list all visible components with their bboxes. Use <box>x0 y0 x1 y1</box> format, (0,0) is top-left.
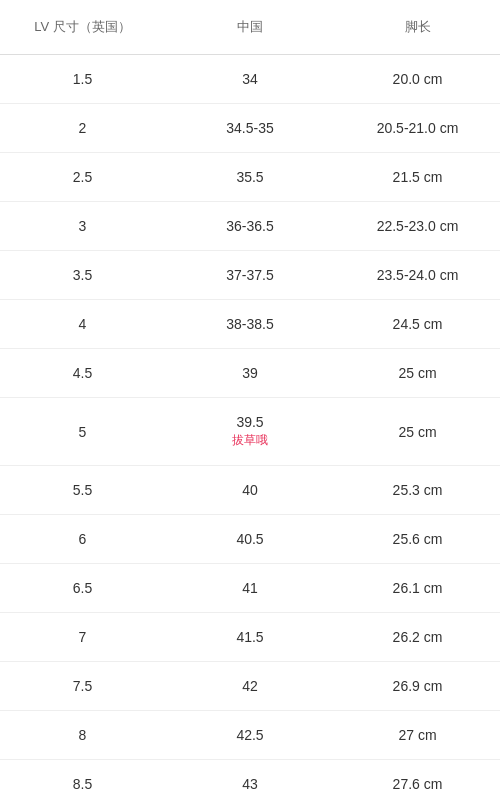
header-lv: LV 尺寸（英国） <box>0 0 165 55</box>
cell-cn: 37-37.5 <box>165 251 335 300</box>
table-row: 2.535.521.5 cm <box>0 153 500 202</box>
cell-foot: 26.9 cm <box>335 662 500 711</box>
cell-lv: 8.5 <box>0 760 165 801</box>
cell-lv: 4 <box>0 300 165 349</box>
cell-cn: 43 <box>165 760 335 801</box>
cell-lv: 2.5 <box>0 153 165 202</box>
table-row: 6.54126.1 cm <box>0 564 500 613</box>
cell-cn: 42.5 <box>165 711 335 760</box>
cell-foot: 26.2 cm <box>335 613 500 662</box>
table-row: 3.537-37.523.5-24.0 cm <box>0 251 500 300</box>
table-header-row: LV 尺寸（英国） 中国 脚长 <box>0 0 500 55</box>
cell-cn: 35.5 <box>165 153 335 202</box>
cell-cn: 42 <box>165 662 335 711</box>
cell-foot: 24.5 cm <box>335 300 500 349</box>
cell-cn: 36-36.5 <box>165 202 335 251</box>
table-row: 7.54226.9 cm <box>0 662 500 711</box>
cell-lv: 4.5 <box>0 349 165 398</box>
cell-lv: 6.5 <box>0 564 165 613</box>
cell-foot: 25 cm <box>335 398 500 466</box>
cell-foot: 21.5 cm <box>335 153 500 202</box>
cell-lv: 6 <box>0 515 165 564</box>
cell-cn-note: 拔草哦 <box>175 432 325 449</box>
cell-lv: 2 <box>0 104 165 153</box>
table-row: 234.5-3520.5-21.0 cm <box>0 104 500 153</box>
cell-foot: 23.5-24.0 cm <box>335 251 500 300</box>
cell-lv: 7 <box>0 613 165 662</box>
cell-foot: 27 cm <box>335 711 500 760</box>
cell-lv: 3 <box>0 202 165 251</box>
cell-lv: 1.5 <box>0 55 165 104</box>
cell-lv: 5 <box>0 398 165 466</box>
cell-cn: 38-38.5 <box>165 300 335 349</box>
cell-cn: 34 <box>165 55 335 104</box>
cell-cn: 41.5 <box>165 613 335 662</box>
cell-cn: 40 <box>165 466 335 515</box>
cell-foot: 20.0 cm <box>335 55 500 104</box>
table-row: 5.54025.3 cm <box>0 466 500 515</box>
header-cn: 中国 <box>165 0 335 55</box>
header-foot: 脚长 <box>335 0 500 55</box>
table-row: 842.527 cm <box>0 711 500 760</box>
cell-cn: 34.5-35 <box>165 104 335 153</box>
cell-foot: 25.3 cm <box>335 466 500 515</box>
cell-cn: 39.5拔草哦 <box>165 398 335 466</box>
cell-foot: 26.1 cm <box>335 564 500 613</box>
cell-foot: 27.6 cm <box>335 760 500 801</box>
table-row: 539.5拔草哦25 cm <box>0 398 500 466</box>
cell-cn: 40.5 <box>165 515 335 564</box>
cell-cn: 39 <box>165 349 335 398</box>
cell-lv: 7.5 <box>0 662 165 711</box>
cell-foot: 22.5-23.0 cm <box>335 202 500 251</box>
cell-lv: 8 <box>0 711 165 760</box>
cell-foot: 20.5-21.0 cm <box>335 104 500 153</box>
size-chart-table: LV 尺寸（英国） 中国 脚长 1.53420.0 cm234.5-3520.5… <box>0 0 500 800</box>
table-row: 8.54327.6 cm <box>0 760 500 801</box>
table-row: 741.526.2 cm <box>0 613 500 662</box>
cell-cn: 41 <box>165 564 335 613</box>
table-row: 336-36.522.5-23.0 cm <box>0 202 500 251</box>
table-row: 1.53420.0 cm <box>0 55 500 104</box>
cell-lv: 5.5 <box>0 466 165 515</box>
cell-foot: 25.6 cm <box>335 515 500 564</box>
cell-foot: 25 cm <box>335 349 500 398</box>
cell-lv: 3.5 <box>0 251 165 300</box>
table-row: 640.525.6 cm <box>0 515 500 564</box>
table-row: 438-38.524.5 cm <box>0 300 500 349</box>
table-row: 4.53925 cm <box>0 349 500 398</box>
